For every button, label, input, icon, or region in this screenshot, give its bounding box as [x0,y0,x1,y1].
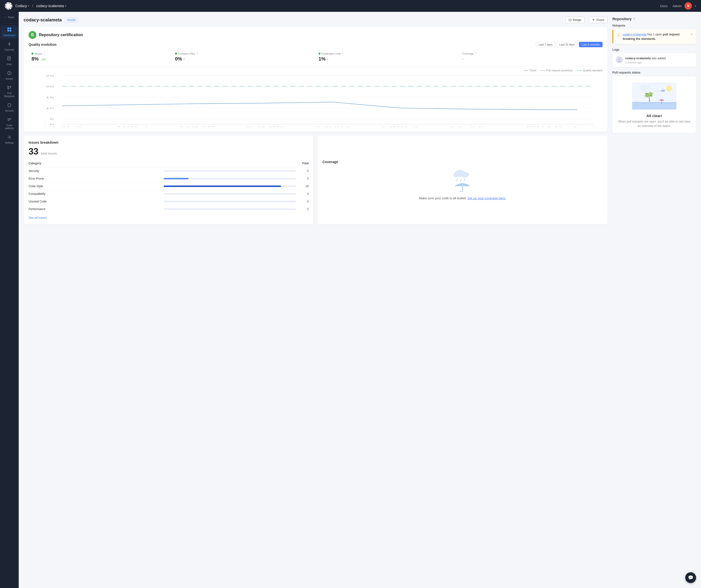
legend-quality-standard: Quality standard [577,69,603,72]
svg-point-14 [8,86,9,87]
sidebar-item-commits[interactable]: Commits [1,40,18,53]
docs-link[interactable]: Docs [660,4,668,8]
breakdown-row-code-style: Code Style 28 [29,183,309,190]
share-button[interactable]: Share [589,17,608,23]
breakdown-row-security: Security 0 [29,167,309,175]
logs-section: Logs codacy-scalameta was added. 3 month… [613,48,696,67]
sidebar-item-issues[interactable]: Issues [1,69,18,82]
time-btn-31days[interactable]: Last 31 days [557,42,577,47]
hotspot-close-button[interactable]: × [691,32,693,36]
cert-title: Repository certification [39,33,83,37]
branch-badge[interactable]: master [65,17,78,22]
hotspot-repo-link[interactable]: codacy-scalameta [623,33,647,36]
svg-text:7c007a5df3: 7c007a5df3 [180,126,215,127]
admin-link[interactable]: Admin [672,4,682,8]
right-column: Repository ? Hotspots ⚠ codacy-scalameta… [613,17,696,136]
sidebar-item-files[interactable]: Files [1,54,18,68]
user-chevron-icon: ▾ [695,5,696,7]
quality-chart: 25 20 15 10 5 0 147e493cd7 [29,73,603,127]
metric-dup-label: Duplicated code ? [318,52,456,55]
col-bar-spacer [161,162,294,165]
repo-breadcrumb[interactable]: codacy-scalameta ▾ [36,4,66,8]
sidebar-dashboard-label: Dashboard [3,34,15,37]
topnav-links: Docs Admin [660,4,682,8]
bar-fill-error-prone [164,178,189,179]
sidebar-back-button[interactable]: ← Team [1,14,18,20]
pr-prediction-line-icon [540,70,545,71]
metric-issues-label: Issues ? [31,52,169,55]
sidebar-codepatterns-label: Code patterns [2,124,16,130]
badge-button[interactable]: Badge [565,17,585,23]
dashboard-icon [7,27,12,33]
sidebar-item-pull-requests[interactable]: Pull Requests [1,83,18,100]
log-time: 3 months ago [625,61,693,64]
coverage-card: Coverage [317,135,608,224]
code-patterns-icon [7,117,12,123]
total-issues-label: total issues [41,152,57,155]
category-performance: Performance [29,207,161,211]
center-column: codacy-scalameta master Badge Share B Re… [24,17,608,224]
sidebar-commits-label: Commits [4,48,14,51]
see-all-issues-link[interactable]: See all issues [29,216,47,220]
svg-text:147e493cd7: 147e493cd7 [44,126,81,127]
sidebar: ← Team Dashboard Commits [0,12,19,588]
coverage-title: Coverage [322,160,338,164]
log-avatar-icon [617,57,622,62]
sidebar-item-dashboard[interactable]: Dashboard [1,25,18,39]
log-item: codacy-scalameta was added. 3 months ago [613,53,696,67]
sidebar-divider [4,23,14,23]
coverage-message: Make sure your code is all tested. Set u… [419,196,506,200]
cert-grade: B [29,31,36,39]
pull-requests-icon [7,85,12,91]
breakdown-table-header: Category Total [29,160,309,167]
time-btn-7days[interactable]: Last 7 days [536,42,555,47]
complex-help-icon: ? [196,52,198,55]
svg-point-57 [645,86,651,90]
bar-compatibility [161,193,299,195]
chat-bubble-button[interactable]: 💬 [685,572,696,583]
legend-trend: Trend [523,69,536,72]
svg-rect-3 [10,30,11,31]
svg-rect-2 [7,30,9,31]
settings-icon [7,135,12,140]
breakdown-row-performance: Performance 0 [29,206,309,213]
svg-rect-61 [632,102,676,109]
svg-point-16 [10,86,11,87]
metric-coverage: Coverage ? - [459,50,603,64]
page-title: codacy-scalameta [24,17,62,23]
svg-text:Commits: Commits [572,126,599,127]
user-avatar[interactable]: N [685,2,692,10]
svg-text:cdb6692cc1: cdb6692cc1 [112,126,148,127]
badge-icon [568,18,571,21]
commits-icon [7,42,12,47]
sidebar-item-security[interactable]: Security [1,101,18,114]
bar-empty-security [164,170,296,172]
count-security: 0 [299,169,309,173]
svg-text:5: 5 [50,117,54,120]
hotspot-inner: ⚠ codacy-scalameta has 1 open pull reque… [613,29,696,44]
svg-point-4 [9,43,10,45]
legend-pr-label: Pull request prediction [546,69,573,72]
svg-text:25: 25 [45,74,54,77]
coverage-setup-link[interactable]: Set up your coverage here. [467,196,506,200]
category-security: Security [29,169,161,173]
coverage-help-icon: ? [475,52,476,55]
breakdown-row-compatibility: Compatibility 0 [29,190,309,198]
quality-evolution-header: Quality evolution Last 7 days Last 31 da… [29,42,603,47]
brand-link[interactable]: Codacy ▾ [15,4,29,8]
svg-line-50 [464,178,465,181]
bar-security [161,170,299,172]
sidebar-item-code-patterns[interactable]: Code patterns [1,115,18,132]
sidebar-item-settings[interactable]: Settings [1,133,18,146]
pr-status-section: Pull requests status [613,71,696,133]
chart-wrapper: 25 20 15 10 5 0 147e493cd7 [29,73,603,128]
log-text: codacy-scalameta was added. [625,56,693,60]
svg-point-13 [9,74,10,74]
sidebar-pullrequests-label: Pull Requests [2,92,16,98]
pr-image [632,81,676,111]
metric-duplicated-code: Duplicated code ? 1% = [315,50,459,64]
dup-change: = [326,57,328,61]
codacy-logo[interactable] [5,2,12,10]
time-btn-8commits[interactable]: Last 8 commits [579,42,603,47]
cert-header: B Repository certification [29,31,603,39]
